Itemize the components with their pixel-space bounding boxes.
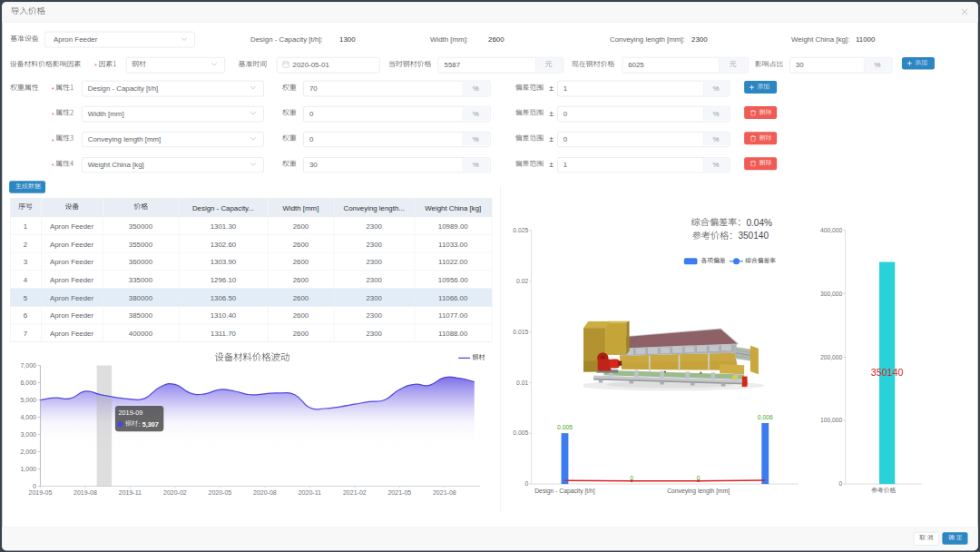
svg-text:100,000: 100,000: [820, 417, 843, 423]
svg-text:0.005: 0.005: [513, 429, 528, 436]
svg-text:2019-09: 2019-09: [119, 409, 143, 417]
svg-text:0.005: 0.005: [557, 424, 573, 430]
svg-text:2021-08: 2021-08: [433, 489, 456, 496]
svg-text:2021-02: 2021-02: [343, 489, 367, 496]
svg-text:2,000: 2,000: [20, 448, 36, 455]
svg-text:2020-02: 2020-02: [163, 489, 187, 496]
svg-text:0: 0: [697, 475, 701, 481]
svg-text:400,000: 400,000: [820, 227, 843, 233]
svg-text:7,000: 7,000: [20, 362, 36, 369]
svg-text:2020-05: 2020-05: [209, 489, 232, 496]
svg-text:0.006: 0.006: [758, 414, 773, 420]
svg-text:0.025: 0.025: [513, 227, 528, 233]
svg-text:6,000: 6,000: [20, 380, 36, 386]
svg-text:200,000: 200,000: [820, 354, 843, 360]
svg-text:350140: 350140: [738, 231, 769, 241]
svg-text:350140: 350140: [871, 367, 904, 378]
svg-text:2021-05: 2021-05: [387, 489, 411, 496]
svg-text:0.01: 0.01: [516, 380, 528, 386]
svg-text:: 5,307: : 5,307: [139, 420, 159, 429]
svg-text:Conveying length [mm]: Conveying length [mm]: [667, 488, 730, 495]
svg-text:4,000: 4,000: [20, 414, 36, 420]
svg-text:0: 0: [33, 483, 36, 489]
svg-text:5,000: 5,000: [20, 397, 36, 403]
svg-text:1,000: 1,000: [20, 466, 36, 472]
svg-text:0.015: 0.015: [513, 329, 528, 335]
svg-text:0: 0: [524, 480, 528, 487]
svg-text:3,000: 3,000: [20, 431, 36, 438]
svg-text:2019-08: 2019-08: [74, 489, 97, 496]
svg-text:2019-11: 2019-11: [119, 489, 142, 496]
svg-text:Design - Capacity [t/h]: Design - Capacity [t/h]: [534, 488, 595, 495]
svg-text:2020-08: 2020-08: [253, 489, 277, 496]
svg-text:0: 0: [630, 475, 633, 481]
svg-text:300,000: 300,000: [820, 291, 843, 297]
svg-text:0.02: 0.02: [516, 278, 528, 284]
svg-text:0: 0: [839, 480, 843, 487]
svg-text:2020-11: 2020-11: [299, 489, 321, 496]
svg-text:0.04%: 0.04%: [746, 218, 772, 228]
svg-text:2019-05: 2019-05: [29, 489, 53, 496]
